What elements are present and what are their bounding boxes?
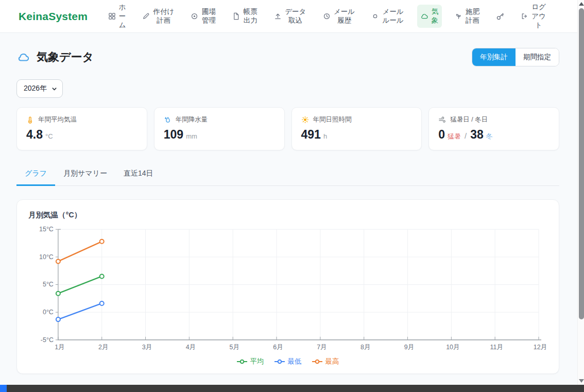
winter-days-unit: 冬	[486, 132, 493, 141]
nav-item-label: メール履歴	[333, 7, 356, 25]
monthly-temperature-chart: 15°C10°C5°C0°C-5°C1月2月3月4月5月6月7月8月9月10月1…	[28, 224, 547, 355]
history-clock-icon	[323, 12, 331, 20]
y-tick-label: -5°C	[41, 336, 54, 344]
nav-item-label: 圃場管理	[201, 7, 216, 25]
tab-recent-14-days[interactable]: 直近14日	[115, 164, 162, 186]
nav-item-planting-plan[interactable]: 作付け計画	[139, 5, 178, 28]
nav-item-mail-rules[interactable]: メールルール	[368, 5, 407, 28]
legend-label: 最低	[288, 357, 302, 366]
taskbar-accent-square[interactable]	[0, 385, 7, 392]
stat-card-sunshine: 年間日照時間 491 h	[291, 107, 422, 150]
x-tick-label: 6月	[273, 344, 283, 351]
stat-label: 猛暑日 / 冬日	[450, 115, 488, 124]
view-toggle: 年別集計 期間指定	[472, 48, 559, 66]
stat-cards: 年間平均気温 4.8 °C 年間降水量 109 mm	[16, 107, 559, 150]
content-tabs: グラフ 月別サマリー 直近14日	[16, 164, 559, 186]
legend-item-minimum[interactable]: 最低	[274, 357, 302, 366]
x-tick-label: 2月	[98, 344, 108, 351]
hot-days-value: 0	[438, 128, 445, 142]
nav-item-report-output[interactable]: 帳票出力	[229, 5, 261, 28]
nav-item-label: 作付け計画	[152, 7, 175, 25]
wind-icon	[438, 116, 446, 124]
app-header: KeinaSystem ホーム 作付け計画 圃場管理 帳票出力	[0, 0, 577, 33]
pencil-icon	[142, 12, 150, 20]
scrollbar-thumb[interactable]	[579, 8, 584, 319]
nav-item-field-management[interactable]: 圃場管理	[187, 5, 219, 28]
nav-item-fertilizer-plan[interactable]: 施肥計画	[452, 5, 484, 28]
x-tick-label: 3月	[142, 344, 152, 351]
seedling-icon	[455, 12, 462, 20]
circle-icon	[371, 12, 379, 20]
document-icon	[232, 12, 240, 20]
nav-item-mail-history[interactable]: メール履歴	[320, 5, 359, 28]
temperature-line-chart: 15°C10°C5°C0°C-5°C1月2月3月4月5月6月7月8月9月10月1…	[28, 224, 547, 353]
y-tick-label: 10°C	[39, 253, 54, 261]
sun-icon	[301, 116, 309, 124]
nav-item-label: 施肥計画	[465, 7, 480, 25]
cloud-icon	[16, 51, 30, 63]
tab-monthly-summary[interactable]: 月別サマリー	[55, 164, 115, 186]
x-tick-label: 8月	[360, 344, 370, 351]
year-select[interactable]: 2026年	[16, 79, 63, 98]
legend-marker	[237, 359, 247, 364]
x-tick-label: 4月	[186, 344, 196, 351]
nav-item-label: ログアウト	[531, 3, 546, 30]
stat-value: 491	[301, 128, 321, 142]
key-icon	[496, 12, 505, 21]
scroll-up-arrow-icon[interactable]	[579, 2, 584, 6]
nav-item-label: メールルール	[382, 7, 404, 25]
nav-item-label: データ取込	[284, 7, 307, 25]
stat-unit: mm	[186, 132, 197, 140]
nav-item-logout[interactable]: ログアウト	[518, 0, 549, 32]
main-nav: ホーム 作付け計画 圃場管理 帳票出力 データ取込	[105, 0, 549, 32]
y-tick-label: 15°C	[39, 226, 54, 233]
legend-label: 平均	[250, 357, 264, 366]
stat-unit: °C	[45, 132, 53, 140]
raindrop-icon	[164, 116, 171, 124]
chart-title: 月別気温（°C）	[28, 210, 547, 220]
stat-card-precipitation: 年間降水量 109 mm	[154, 107, 285, 150]
x-tick-label: 12月	[534, 344, 547, 351]
nav-item-label: ホーム	[118, 3, 126, 30]
upload-icon	[274, 12, 282, 20]
stat-value: 109	[164, 128, 183, 142]
tab-graph[interactable]: グラフ	[16, 164, 55, 186]
stat-label: 年間平均気温	[38, 115, 77, 124]
x-tick-label: 7月	[317, 344, 327, 351]
home-grid-icon	[108, 12, 116, 20]
yearly-summary-button[interactable]: 年別集計	[472, 48, 516, 66]
nav-item-label: 帳票出力	[243, 7, 258, 25]
period-select-button[interactable]: 期間指定	[516, 48, 559, 66]
nav-item-weather[interactable]: 気象	[417, 5, 442, 28]
nav-item-password[interactable]	[493, 9, 508, 23]
x-tick-label: 11月	[490, 344, 503, 351]
cloud-icon	[420, 12, 428, 20]
legend-marker	[312, 359, 322, 364]
stat-card-extreme-days: 猛暑日 / 冬日 0 猛暑 / 38 冬	[428, 107, 559, 150]
thermometer-icon	[26, 116, 34, 124]
hot-days-unit: 猛暑	[448, 132, 461, 141]
nav-item-data-import[interactable]: データ取込	[271, 5, 310, 28]
scroll-down-arrow-icon[interactable]	[579, 379, 584, 383]
year-select-value: 2026年	[24, 84, 47, 93]
page-title-text: 気象データ	[37, 49, 94, 65]
map-pin-icon	[191, 12, 198, 20]
legend-item-maximum[interactable]: 最高	[312, 357, 339, 366]
stat-unit: h	[323, 132, 327, 140]
y-tick-label: 0°C	[43, 309, 54, 316]
nav-item-label: 気象	[431, 7, 439, 25]
x-tick-label: 10月	[446, 344, 459, 351]
chart-card: 月別気温（°C） 15°C10°C5°C0°C-5°C1月2月3月4月5月6月7…	[16, 199, 559, 374]
legend-item-average[interactable]: 平均	[237, 357, 264, 366]
separator: /	[465, 131, 467, 140]
x-tick-label: 1月	[55, 344, 64, 351]
chevron-down-icon	[51, 86, 57, 92]
legend-label: 最高	[325, 357, 339, 366]
x-tick-label: 9月	[404, 344, 414, 351]
vertical-scrollbar[interactable]	[577, 0, 584, 385]
taskbar	[0, 385, 584, 392]
nav-item-home[interactable]: ホーム	[105, 0, 129, 32]
y-tick-label: 5°C	[43, 281, 54, 288]
x-tick-label: 5月	[230, 344, 239, 351]
app-logo: KeinaSystem	[19, 10, 88, 23]
